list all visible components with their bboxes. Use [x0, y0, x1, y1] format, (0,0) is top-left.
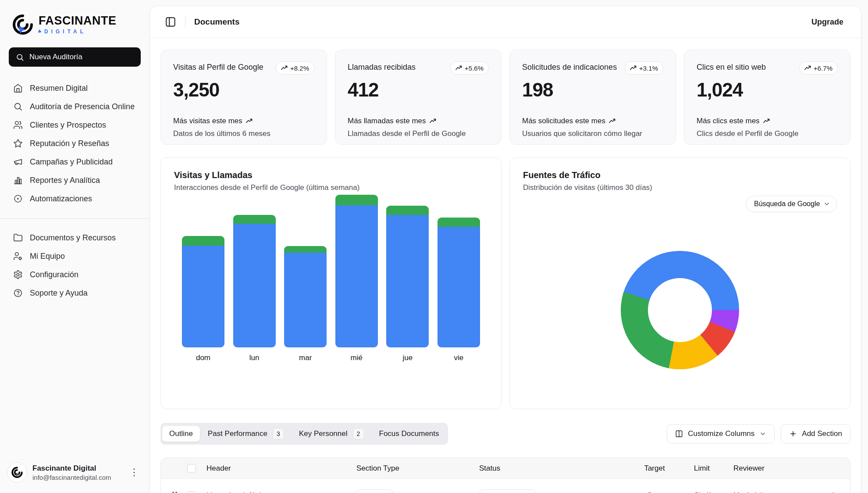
row-checkbox[interactable] — [187, 491, 196, 493]
stat-card-clics: Clics en el sitio web +6.7% 1,024 Más cl… — [684, 50, 850, 145]
chart-subtitle: Interacciones desde el Perfil de Google … — [174, 183, 488, 192]
tab-key-personnel[interactable]: Key Personnel2 — [292, 425, 371, 443]
sidebar-toggle-icon[interactable] — [165, 16, 176, 28]
sidebar-nav: Resumen Digital Auditoría de Presencia O… — [9, 79, 141, 302]
col-target: Target — [619, 464, 694, 473]
automation-icon — [13, 194, 23, 204]
trending-up-icon — [281, 65, 288, 71]
status-badge: Completada — [479, 489, 536, 493]
search-icon — [16, 53, 24, 61]
user-email: info@fascinantedigital.com — [32, 474, 111, 481]
tab-count-badge: 3 — [273, 428, 284, 439]
search-icon — [13, 102, 23, 111]
trending-up-icon — [455, 65, 462, 71]
trending-up-icon — [430, 118, 436, 125]
tab-past-performance[interactable]: Past Performance3 — [201, 425, 291, 443]
help-circle-icon — [13, 288, 23, 298]
col-reviewer: Reviewer — [733, 464, 821, 473]
tab-outline[interactable]: Outline — [162, 426, 200, 442]
bar-column: jue — [386, 206, 429, 362]
sidebar: FASCINANTE DIGITAL Nueva Auditoría Resum… — [0, 0, 149, 493]
megaphone-icon — [13, 157, 23, 167]
bar-column: lun — [233, 215, 276, 362]
table-row[interactable]: Llamada telefónica Llamada Completada Co… — [161, 479, 850, 493]
stat-title: Clics en el sitio web — [697, 61, 766, 72]
bar-x-label: mié — [351, 354, 363, 362]
stat-card-visitas: Visitas al Perfil de Google +8.2% 3,250 … — [160, 50, 327, 145]
user-card[interactable]: Fascinante Digital info@fascinantedigita… — [7, 462, 142, 482]
row-menu-kebab-icon[interactable]: ⋮ — [829, 491, 850, 493]
customize-columns-button[interactable]: Customize Columns — [667, 424, 775, 443]
new-audit-button[interactable]: Nueva Auditoría — [9, 47, 141, 67]
sidebar-item-reportes[interactable]: Reportes y Analítica — [9, 171, 141, 189]
select-all-checkbox[interactable] — [187, 464, 196, 473]
chart-title: Visitas y Llamadas — [174, 170, 488, 180]
table-header-row: Header Section Type Status Target Limit … — [161, 458, 850, 479]
star-icon — [13, 139, 23, 148]
bar-chart-icon — [13, 175, 23, 185]
col-section-type: Section Type — [356, 464, 479, 473]
bar-x-label: vie — [454, 354, 464, 362]
brand-sub: DIGITAL — [44, 29, 86, 35]
tab-focus-documents[interactable]: Focus Documents — [372, 426, 446, 442]
delta-badge: +3.1% — [625, 61, 663, 75]
upgrade-button[interactable]: Upgrade — [809, 17, 846, 27]
sidebar-item-clientes[interactable]: Clientes y Prospectos — [9, 116, 141, 134]
donut-hole — [648, 278, 712, 342]
stat-title: Solicitudes de indicaciones — [522, 61, 617, 72]
sidebar-item-reputacion[interactable]: Reputación y Reseñas — [9, 134, 141, 153]
stat-line2: Usuarios que solicitaron cómo llegar — [522, 129, 663, 138]
chart-title: Fuentes de Tráfico — [523, 170, 837, 180]
bar-column: vie — [438, 218, 480, 362]
brand-logo: FASCINANTE DIGITAL — [9, 13, 141, 36]
cell-target: Conta — [619, 491, 694, 493]
traffic-source-select[interactable]: Búsqueda de Google — [746, 196, 837, 212]
add-section-button[interactable]: Add Section — [781, 424, 850, 443]
stat-value: 1,024 — [697, 79, 838, 101]
stat-title: Visitas al Perfil de Google — [173, 61, 263, 72]
brand-logo-icon — [11, 13, 34, 36]
bar-column: mar — [284, 246, 327, 362]
stat-line1: Más solicitudes este mes — [522, 117, 663, 125]
stat-value: 412 — [348, 79, 489, 101]
sidebar-item-auditoria[interactable]: Auditoría de Presencia Online — [9, 97, 141, 116]
users-icon — [13, 120, 23, 130]
main-panel: Documents Upgrade Visitas al Perfil de G… — [149, 6, 861, 493]
sidebar-divider — [0, 218, 149, 219]
tabs-row: Outline Past Performance3 Key Personnel2… — [160, 423, 850, 445]
columns-icon — [675, 430, 683, 438]
sidebar-item-configuracion[interactable]: Configuración — [9, 265, 141, 284]
sidebar-item-soporte[interactable]: Soporte y Ayuda — [9, 284, 141, 302]
bar-x-label: dom — [196, 354, 210, 362]
sidebar-item-documentos[interactable]: Documentos y Recursos — [9, 229, 141, 247]
cell-limit: Sin lín — [694, 491, 733, 493]
bar-x-label: mar — [299, 354, 312, 362]
trending-up-icon — [804, 65, 811, 71]
col-limit: Limit — [694, 464, 733, 473]
sidebar-item-mi-equipo[interactable]: Mi Equipo — [9, 247, 141, 265]
donut-chart-card: Fuentes de Tráfico Distribución de visit… — [509, 157, 850, 409]
delta-badge: +8.2% — [276, 61, 314, 75]
cell-header: Llamada telefónica — [206, 491, 356, 493]
donut-chart — [621, 251, 739, 369]
chart-subtitle: Distribución de visitas (últimos 30 días… — [523, 183, 837, 192]
stat-line2: Clics desde el Perfil de Google — [697, 129, 838, 138]
sidebar-item-campanas[interactable]: Campañas y Publicidad — [9, 153, 141, 171]
cursor-icon — [38, 29, 42, 34]
header-divider — [185, 16, 185, 28]
sidebar-item-resumen-digital[interactable]: Resumen Digital — [9, 79, 141, 97]
user-cog-icon — [13, 251, 23, 261]
stat-line1: Más visitas este mes — [173, 117, 314, 125]
sections-table: Header Section Type Status Target Limit … — [160, 457, 850, 493]
sidebar-item-automatizaciones[interactable]: Automatizaciones — [9, 189, 141, 208]
chevron-down-icon — [823, 200, 830, 207]
section-type-badge: Llamada — [356, 489, 393, 493]
bar-column: mié — [335, 195, 378, 362]
user-menu-kebab-icon[interactable]: ⋮ — [126, 466, 142, 479]
bar-column: dom — [182, 236, 224, 362]
bar-x-label: lun — [249, 354, 260, 362]
user-name: Fascinante Digital — [32, 464, 111, 473]
stat-line1: Más clics este mes — [697, 117, 838, 125]
stat-card-llamadas: Llamadas recibidas +5.6% 412 Más llamada… — [335, 50, 502, 145]
trending-up-icon — [763, 118, 770, 125]
